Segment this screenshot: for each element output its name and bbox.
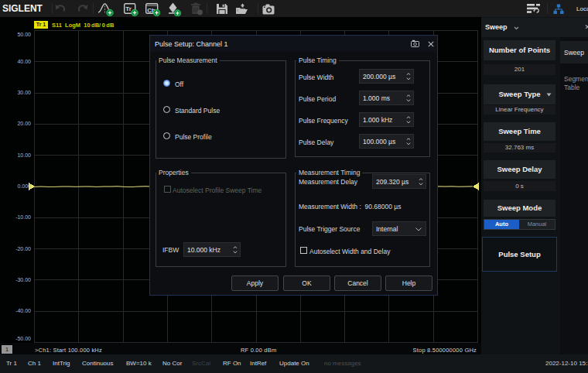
svg-text:Tr: Tr (125, 5, 132, 12)
